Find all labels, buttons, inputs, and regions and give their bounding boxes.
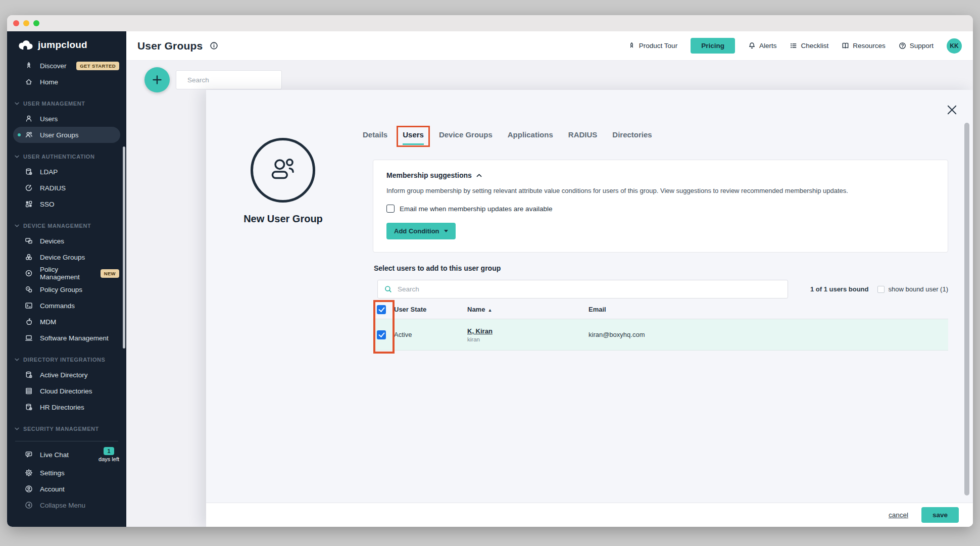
add-user-group-button[interactable] <box>144 67 170 92</box>
user-search-input[interactable] <box>398 285 781 293</box>
sidebar-item-account[interactable]: Account <box>7 481 126 497</box>
sidebar-item-sso[interactable]: SSO <box>7 196 126 212</box>
sidebar-section-device-management[interactable]: DEVICE MANAGEMENT <box>7 219 126 233</box>
sidebar-item-label: Software Management <box>40 334 109 342</box>
user-group-avatar <box>251 138 315 203</box>
alerts-link[interactable]: Alerts <box>748 42 777 49</box>
grid-icon <box>24 200 33 208</box>
sidebar-item-software-management[interactable]: Software Management <box>7 330 126 346</box>
pricing-button[interactable]: Pricing <box>691 38 735 54</box>
email-updates-checkbox[interactable] <box>386 205 395 213</box>
add-condition-button[interactable]: Add Condition <box>386 223 456 239</box>
close-icon[interactable] <box>947 105 957 115</box>
policy-group-icon <box>24 285 33 293</box>
column-header-email[interactable]: Email <box>589 306 948 313</box>
sidebar-section-user-management[interactable]: USER MANAGEMENT <box>7 96 126 111</box>
product-tour-link[interactable]: Product Tour <box>628 42 677 49</box>
account-icon <box>24 485 33 493</box>
sidebar-item-users[interactable]: Users <box>7 111 126 127</box>
sidebar-item-label: Devices <box>40 237 64 245</box>
sidebar-item-ldap[interactable]: LDAP <box>7 164 126 180</box>
sidebar-section-directory-integrations[interactable]: DIRECTORY INTEGRATIONS <box>7 353 126 367</box>
table-row[interactable]: Active K, Kiran kiran kiran@boxyhq.com <box>373 319 948 351</box>
sidebar-item-mdm[interactable]: MDM <box>7 314 126 330</box>
tab-users[interactable]: Users <box>403 130 424 145</box>
sidebar-item-user-groups[interactable]: User Groups <box>13 127 120 143</box>
membership-suggestions-toggle[interactable]: Membership suggestions <box>386 171 935 179</box>
gear-icon <box>24 469 33 477</box>
tab-details[interactable]: Details <box>363 130 387 143</box>
show-bound-user-toggle[interactable]: show bound user (1) <box>877 285 948 293</box>
support-link[interactable]: Support <box>899 42 934 49</box>
sidebar-item-active-directory[interactable]: Active Directory <box>7 367 126 383</box>
email-updates-label: Email me when membership updates are ava… <box>400 205 552 213</box>
sidebar-item-home[interactable]: Home <box>7 74 126 90</box>
trial-days-badge: 1 <box>104 447 114 455</box>
apple-icon <box>24 318 33 326</box>
sidebar-item-device-groups[interactable]: Device Groups <box>7 249 126 265</box>
sidebar-item-label: Active Directory <box>40 371 88 379</box>
jumpcloud-logo[interactable]: jumpcloud <box>7 31 126 58</box>
sidebar-item-label: Device Groups <box>40 254 85 261</box>
avatar[interactable]: KK <box>947 38 962 54</box>
column-header-user-state[interactable]: User State <box>394 306 467 313</box>
book-icon <box>842 42 849 49</box>
drawer-scrollbar[interactable] <box>964 123 969 495</box>
sidebar-item-collapse-menu[interactable]: Collapse Menu <box>7 497 126 513</box>
chevron-down-icon <box>15 427 19 430</box>
rocket-icon <box>24 62 33 70</box>
save-button[interactable]: save <box>921 507 959 523</box>
sidebar-section-user-authentication[interactable]: USER AUTHENTICATION <box>7 150 126 164</box>
device-group-icon <box>24 253 33 261</box>
sidebar-item-policy-groups[interactable]: Policy Groups <box>7 281 126 297</box>
show-bound-label: show bound user (1) <box>888 285 948 293</box>
tab-directories[interactable]: Directories <box>612 130 652 143</box>
section-title: USER AUTHENTICATION <box>23 154 95 160</box>
cancel-button[interactable]: cancel <box>889 511 908 519</box>
sidebar-item-radius[interactable]: RADIUS <box>7 180 126 196</box>
column-header-name[interactable]: Name▲ <box>467 306 589 313</box>
sidebar-item-settings[interactable]: Settings <box>7 465 126 481</box>
group-search-input[interactable] <box>187 76 277 84</box>
sidebar-item-cloud-directories[interactable]: Cloud Directories <box>7 383 126 399</box>
checklist-link[interactable]: Checklist <box>790 42 828 49</box>
logo-text: jumpcloud <box>38 39 87 51</box>
terminal-icon <box>24 302 33 310</box>
user-email-cell: kiran@boxyhq.com <box>589 331 948 338</box>
show-bound-checkbox[interactable] <box>877 286 885 293</box>
tab-radius[interactable]: RADIUS <box>568 130 598 143</box>
sidebar-item-policy-management[interactable]: Policy Management NEW <box>7 265 126 281</box>
sidebar-item-live-chat[interactable]: Live Chat 1 days left <box>7 444 126 465</box>
database-icon <box>24 168 33 176</box>
laptop-icon <box>24 334 33 342</box>
sidebar-item-commands[interactable]: Commands <box>7 297 126 314</box>
user-state-cell: Active <box>394 331 467 338</box>
chevron-down-icon <box>15 102 19 105</box>
app-window: jumpcloud Discover GET STARTED Home USER… <box>7 15 973 527</box>
sidebar-item-hr-directories[interactable]: HR Directories <box>7 399 126 415</box>
sidebar-scrollbar[interactable] <box>123 146 125 349</box>
close-window-button[interactable] <box>13 20 19 26</box>
sidebar-item-label: Discover <box>40 62 67 70</box>
cloud-logo-icon <box>17 40 33 50</box>
sidebar-section-security-management[interactable]: SECURITY MANAGEMENT <box>7 422 126 436</box>
sidebar-item-label: Collapse Menu <box>40 502 85 509</box>
tab-device-groups[interactable]: Device Groups <box>439 130 493 143</box>
user-search-box <box>377 280 788 299</box>
resources-link[interactable]: Resources <box>842 42 886 49</box>
zoom-window-button[interactable] <box>33 20 39 26</box>
tab-applications[interactable]: Applications <box>508 130 553 143</box>
sidebar-item-label: Users <box>40 115 58 123</box>
select-all-checkbox[interactable] <box>377 305 386 314</box>
sidebar-item-devices[interactable]: Devices <box>7 233 126 249</box>
sidebar-item-discover[interactable]: Discover GET STARTED <box>7 58 126 74</box>
minimize-window-button[interactable] <box>23 20 29 26</box>
info-icon[interactable] <box>210 41 218 50</box>
home-icon <box>24 78 33 86</box>
get-started-badge: GET STARTED <box>76 62 119 70</box>
section-title: DIRECTORY INTEGRATIONS <box>23 357 106 363</box>
row-checkbox[interactable] <box>377 330 386 339</box>
sort-ascending-icon: ▲ <box>487 308 492 313</box>
membership-description: Inform group membership by setting relev… <box>386 187 935 194</box>
user-name-link[interactable]: K, Kiran <box>467 327 493 335</box>
